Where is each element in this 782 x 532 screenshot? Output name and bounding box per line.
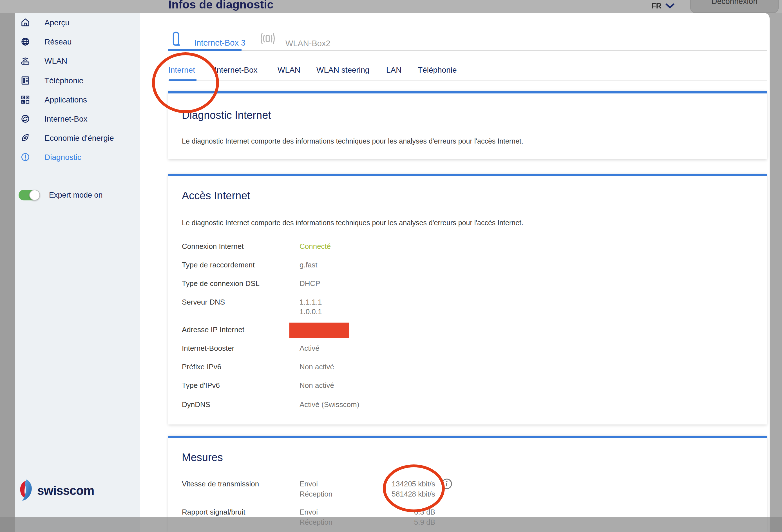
card-description: Le diagnostic Internet comporte des info… xyxy=(182,219,523,227)
row-label: Rapport signal/bruit xyxy=(182,508,245,517)
sub-label-envoi: Envoi xyxy=(299,480,318,489)
tab-wlan[interactable]: WLAN xyxy=(278,65,300,74)
active-device-tab-underline xyxy=(168,49,242,51)
status-value-connected: Connecté xyxy=(299,242,331,251)
card-description: Le diagnostic Internet comporte des info… xyxy=(182,137,523,145)
row-label: Serveur DNS xyxy=(182,297,225,307)
page-title: Infos de diagnostic xyxy=(168,0,274,11)
header-bar: Infos de diagnostic FR Déconnexion xyxy=(0,0,782,13)
main-content: Internet-Box 3 WLAN-Box2 Internet Intern… xyxy=(15,13,770,532)
window-frame-bottom xyxy=(0,517,782,532)
active-subtab-underline xyxy=(169,79,197,81)
card-title: Diagnostic Internet xyxy=(182,109,271,121)
row-value: Activé (Swisscom) xyxy=(299,400,359,409)
tab-internet-box[interactable]: Internet-Box xyxy=(214,65,257,74)
router-device-icon xyxy=(172,32,180,47)
row-label: Type d'IPv6 xyxy=(182,381,220,390)
sub-label-envoi: Envoi xyxy=(299,508,318,517)
language-selector[interactable]: FR xyxy=(651,2,662,10)
row-label: Type de connexion DSL xyxy=(182,279,259,288)
tab-lan[interactable]: LAN xyxy=(386,65,401,74)
dns-value-1: 1.1.1.1 xyxy=(299,297,322,307)
download-speed-value: 581428 kbit/s xyxy=(351,490,435,499)
row-label: Internet-Booster xyxy=(182,344,234,353)
card-title: Accès Internet xyxy=(182,190,250,202)
info-icon[interactable] xyxy=(441,478,453,490)
row-label: Connexion Internet xyxy=(182,242,244,251)
tabs-separator xyxy=(168,50,767,51)
row-value: Non activé xyxy=(299,381,334,390)
row-label: DynDNS xyxy=(182,400,210,409)
screen: Aperçu Réseau WLAN Téléphonie xyxy=(0,0,782,532)
row-value: Activé xyxy=(299,344,320,353)
app-window: Aperçu Réseau WLAN Téléphonie xyxy=(15,13,770,532)
device-tab-internet-box-3[interactable]: Internet-Box 3 xyxy=(194,38,245,47)
window-frame-left xyxy=(0,0,15,532)
card-acces-internet: Accès Internet Le diagnostic Internet co… xyxy=(168,174,767,424)
logout-button[interactable]: Déconnexion xyxy=(690,0,779,13)
row-value: DHCP xyxy=(299,279,320,288)
row-label: Type de raccordement xyxy=(182,261,255,270)
tab-internet[interactable]: Internet xyxy=(168,65,195,74)
sub-label-reception: Réception xyxy=(299,490,332,499)
tab-wlan-steering[interactable]: WLAN steering xyxy=(316,65,369,74)
wifi-signal-icon xyxy=(259,31,277,46)
snr-upload-value: 6.3 dB xyxy=(351,508,435,517)
row-value: Non activé xyxy=(299,362,334,371)
tab-telephonie[interactable]: Téléphonie xyxy=(418,65,457,74)
row-label: Vitesse de transmission xyxy=(182,480,259,489)
row-label: Préfixe IPv6 xyxy=(182,362,221,371)
upload-speed-value: 134205 kbit/s xyxy=(351,480,435,489)
subtabs-separator xyxy=(168,80,767,81)
redacted-ip-value xyxy=(289,322,349,338)
dns-value-2: 1.0.0.1 xyxy=(299,307,322,316)
chevron-down-icon[interactable] xyxy=(666,3,674,9)
card-title: Mesures xyxy=(182,452,223,464)
device-tab-wlan-box2[interactable]: WLAN-Box2 xyxy=(285,39,330,48)
card-diagnostic-internet: Diagnostic Internet Le diagnostic Intern… xyxy=(168,91,767,159)
row-label: Adresse IP Internet xyxy=(182,325,244,334)
logout-label: Déconnexion xyxy=(711,0,757,6)
row-value: g.fast xyxy=(299,261,318,270)
